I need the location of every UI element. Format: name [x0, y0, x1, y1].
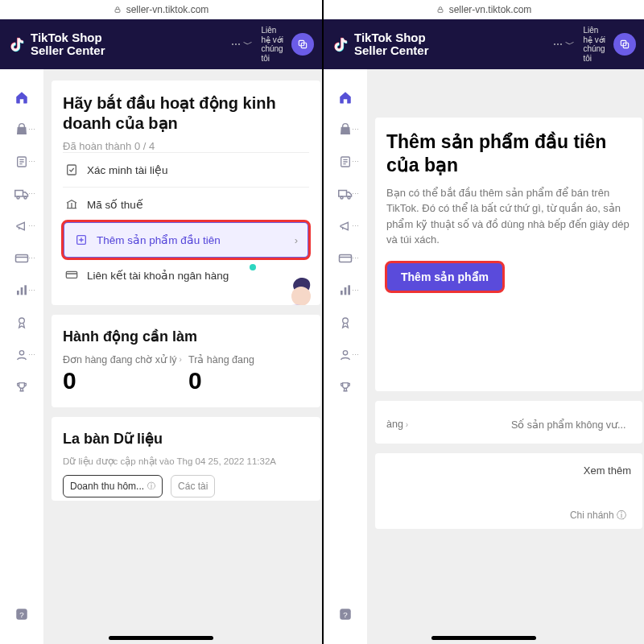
home-icon [338, 90, 353, 105]
sidebar-item-badge[interactable] [7, 311, 36, 335]
task-first-product[interactable]: Thêm sản phẩm đầu tiên › [63, 221, 309, 258]
sidebar-item-shipping[interactable]: ⋯ [331, 182, 360, 206]
task-tax[interactable]: Mã số thuế [63, 187, 309, 221]
chevron-right-icon: › [179, 355, 181, 364]
stat-returns[interactable]: Trả hàng đang 0 [188, 353, 309, 394]
user-icon [339, 349, 352, 361]
menu-more[interactable]: ⋯ ﹀ [231, 38, 253, 52]
stat-value: 0 [188, 367, 309, 394]
stat-pending[interactable]: Đơn hàng đang chờ xử lý› 0 [63, 353, 184, 394]
sidebar-item-trophy[interactable] [7, 375, 36, 399]
task-label: Mã số thuế [87, 198, 143, 211]
first-product-card: Thêm sản phẩm đầu tiên của bạn Bạn có th… [375, 118, 642, 391]
bag-icon [339, 123, 352, 136]
sidebar-item-account[interactable]: ⋯ [7, 343, 36, 367]
svg-point-5 [17, 196, 19, 199]
info-icon: ⓘ [617, 510, 626, 521]
bank-icon [65, 198, 78, 211]
copy-button[interactable] [291, 33, 314, 56]
onboarding-progress: Đã hoàn thành 0 / 4 [63, 140, 309, 152]
svg-text:?: ? [19, 610, 24, 619]
contact-link[interactable]: Liên hệ với chúng tôi [583, 26, 605, 63]
home-indicator[interactable] [109, 636, 213, 640]
add-product-button[interactable]: Thêm sản phẩm [386, 262, 503, 291]
svg-rect-4 [15, 191, 23, 197]
sidebar-item-trophy[interactable] [331, 375, 360, 399]
sidebar-item-badge[interactable] [331, 311, 360, 335]
home-indicator[interactable] [431, 636, 536, 640]
user-icon [15, 349, 28, 361]
medal-icon [15, 316, 28, 330]
svg-rect-31 [345, 287, 347, 295]
sidebar-item-home[interactable] [7, 85, 36, 109]
bag-icon [15, 123, 28, 136]
sidebar-item-orders[interactable]: ⋯ [331, 150, 360, 174]
help-icon: ? [338, 607, 353, 621]
svg-point-27 [341, 196, 343, 199]
menu-more[interactable]: ⋯ ﹀ [553, 38, 575, 52]
doc-check-icon [65, 163, 78, 176]
chart-icon [339, 284, 352, 297]
app-header: TikTok Shop Seller Center ⋯ ﹀ Liên hệ vớ… [0, 19, 322, 69]
compass-updated: Dữ liệu được cập nhật vào Thg 04 25, 202… [63, 456, 309, 467]
url-text: seller-vn.tiktok.com [126, 4, 209, 15]
sidebar-item-help[interactable]: ? [331, 602, 360, 626]
list-icon [15, 155, 28, 168]
task-verify[interactable]: Xác minh tài liệu [63, 152, 309, 187]
sidebar-item-orders[interactable]: ⋯ [7, 150, 36, 174]
sidebar-item-products[interactable]: ⋯ [7, 118, 36, 142]
svg-point-33 [343, 318, 349, 324]
help-icon: ? [14, 607, 29, 621]
sidebar-item-analytics[interactable]: ⋯ [331, 279, 360, 303]
brand-logo[interactable]: TikTok Shop Seller Center [8, 31, 225, 57]
stat-value: 0 [63, 367, 184, 394]
svg-rect-10 [24, 285, 27, 295]
compass-tab-revenue[interactable]: Doanh thu hôm...ⓘ [63, 475, 163, 497]
compass-tab-other[interactable]: Các tài [171, 475, 215, 497]
brand-logo[interactable]: TikTok Shop Seller Center [332, 31, 547, 57]
home-icon [14, 90, 29, 105]
svg-point-34 [343, 351, 347, 355]
megaphone-icon [339, 220, 352, 233]
svg-rect-29 [340, 255, 352, 262]
svg-point-28 [348, 196, 350, 199]
sidebar-item-finance[interactable]: ⋯ [7, 246, 36, 270]
view-more-link[interactable]: Xem thêm [386, 464, 631, 477]
sidebar-item-products[interactable]: ⋯ [331, 118, 360, 142]
task-label: Liên kết tài khoản ngân hàng [87, 269, 229, 282]
svg-rect-30 [341, 291, 343, 295]
sidebar-item-shipping[interactable]: ⋯ [7, 182, 36, 206]
compass-card: La bàn Dữ liệu Dữ liệu được cập nhật vào… [52, 417, 320, 501]
lock-icon [114, 6, 122, 14]
svg-rect-8 [17, 291, 19, 295]
screen-right: seller-vn.tiktok.com TikTok Shop Seller … [322, 0, 644, 644]
sidebar-item-analytics[interactable]: ⋯ [7, 279, 36, 303]
stat-orders[interactable]: àng› [386, 419, 506, 431]
svg-rect-32 [348, 285, 350, 295]
branch-label: Chi nhánh ⓘ [386, 509, 631, 522]
contact-link[interactable]: Liên hệ với chúng tôi [261, 26, 283, 63]
brand-text: TikTok Shop Seller Center [354, 31, 429, 57]
lock-icon [436, 6, 444, 14]
app-header: TikTok Shop Seller Center ⋯ ﹀ Liên hệ vớ… [324, 19, 644, 69]
todo-title: Hành động cần làm [63, 328, 309, 345]
onboarding-card: Hãy bắt đầu hoạt động kinh doanh của bạn… [52, 80, 320, 305]
task-label: Xác minh tài liệu [87, 163, 168, 176]
chart-icon [15, 284, 28, 297]
compass-title: La bàn Dữ liệu [63, 430, 309, 448]
svg-point-12 [19, 351, 23, 355]
screen-left: seller-vn.tiktok.com TikTok Shop Seller … [0, 0, 322, 644]
sidebar-item-finance[interactable]: ⋯ [331, 246, 360, 270]
svg-rect-21 [66, 271, 76, 278]
copy-button[interactable] [613, 33, 636, 56]
sidebar-item-account[interactable]: ⋯ [331, 343, 360, 367]
sidebar-item-promo[interactable]: ⋯ [331, 214, 360, 238]
sidebar-item-help[interactable]: ? [7, 602, 36, 626]
sidebar-item-home[interactable] [331, 85, 360, 109]
stat-products-novio[interactable]: Số sản phẩm không vư... [511, 419, 631, 431]
first-product-desc: Bạn có thể bắt đầu thêm sản phẩm để bán … [386, 185, 631, 248]
sidebar-item-promo[interactable]: ⋯ [7, 214, 36, 238]
url-bar: seller-vn.tiktok.com [0, 0, 322, 19]
task-bank[interactable]: Liên kết tài khoản ngân hàng [63, 258, 309, 292]
trophy-icon [15, 381, 28, 394]
